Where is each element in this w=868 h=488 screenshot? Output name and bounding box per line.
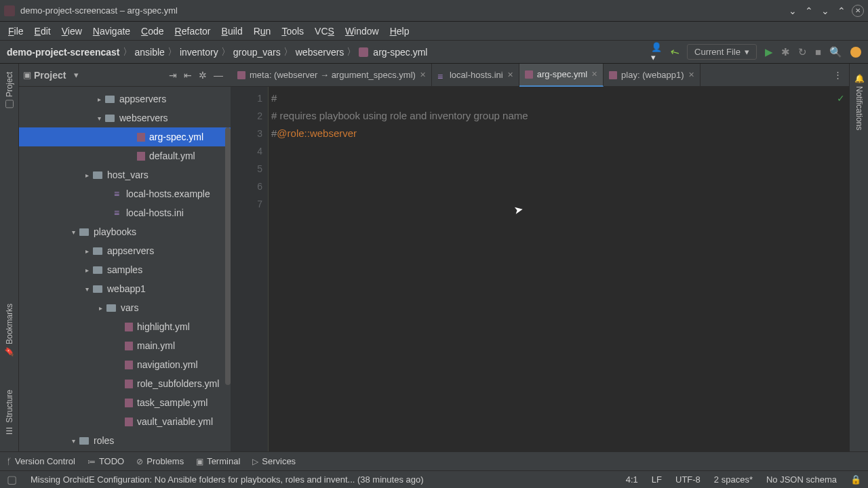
close-tab-icon[interactable]: ✕ [420,70,426,79]
coverage-icon[interactable]: ↻ [798,46,807,58]
menu-refactor[interactable]: Refactor [170,26,216,37]
more-icon[interactable]: ⋮ [827,70,849,80]
chevron-icon[interactable]: ▾ [94,115,104,122]
menu-navigate[interactable]: Navigate [87,26,136,37]
code-with-me-icon[interactable]: 👤▾ [651,47,662,58]
menu-code[interactable]: Code [136,26,169,37]
run-config-select[interactable]: Current File ▾ [687,44,757,60]
chevron-icon[interactable]: ▾ [68,437,79,445]
chevron-down-icon[interactable]: ▾ [74,70,79,80]
tree-item-highlight-yml[interactable]: highlight.yml [19,317,231,336]
tree-item-main-yml[interactable]: main.yml [19,336,231,355]
code-area[interactable]: ✓ # # requires playbook using role and i… [269,87,849,451]
tw-problems[interactable]: ⊘Problems [136,456,184,466]
status-message[interactable]: Missing OrchidE Configuration: No Ansibl… [31,474,424,485]
menu-help[interactable]: Help [384,26,415,37]
status-indicator-icon[interactable]: ▢ [7,473,17,486]
schema[interactable]: No JSON schema [766,474,837,485]
chevron-icon[interactable]: ▸ [81,247,92,255]
indent[interactable]: 2 spaces* [714,474,753,485]
stop-icon[interactable]: ■ [815,46,821,58]
tree-item-webservers[interactable]: ▾webservers [19,108,231,127]
menu-run[interactable]: Run [248,26,277,37]
avatar[interactable] [850,47,861,58]
menu-window[interactable]: Window [340,26,384,37]
menu-edit[interactable]: Edit [29,26,56,37]
tree-item-appservers[interactable]: ▸appservers [19,241,231,260]
tool-project[interactable]: Project [5,69,14,110]
expand-icon[interactable]: ⇤ [184,70,192,81]
tab-local-hosts-ini[interactable]: local-hosts.ini✕ [432,64,519,87]
tree-item-webapp1[interactable]: ▾webapp1 [19,279,231,298]
tab-play-webapp1-[interactable]: play: (webapp1)✕ [604,64,701,87]
tw-todo[interactable]: ≔TODO [87,456,124,466]
tree-item-default-yml[interactable]: default.yml [19,146,231,165]
tree-item-vars[interactable]: ▸vars [19,298,231,317]
hide-icon[interactable]: — [214,70,223,81]
cursor-position[interactable]: 4:1 [626,474,638,485]
encoding[interactable]: UTF-8 [675,474,701,485]
build-icon[interactable]: ↖ [667,44,682,60]
chevron-icon[interactable]: ▸ [81,171,92,179]
tree-item-role_subfolders-yml[interactable]: role_subfolders.yml [19,374,231,393]
close-tab-icon[interactable]: ✕ [591,70,597,79]
tab-arg-spec-yml[interactable]: arg-spec.yml✕ [519,64,604,87]
tab-meta-webserver-argument_specs-yml-[interactable]: meta: (webserver → argument_specs.yml)✕ [232,64,432,87]
tree-item-appservers[interactable]: ▸appservers [19,89,231,108]
tree-item-local-hosts-example[interactable]: local-hosts.example [19,184,231,203]
close-icon[interactable] [852,5,864,17]
menu-build[interactable]: Build [216,26,248,37]
chevron-dd-icon[interactable]: ⌄ [787,5,799,17]
crumb-3[interactable]: group_vars [233,47,281,58]
maximize-icon[interactable]: ⌃ [835,5,848,17]
ini-icon [111,208,122,218]
tool-structure[interactable]: ☰Structure [5,387,14,438]
scrollbar[interactable] [225,127,231,385]
tw-terminal[interactable]: ▣Terminal [196,456,240,466]
tree-item-arg-spec-yml[interactable]: arg-spec.yml [19,127,231,146]
crumb-root[interactable]: demo-project-screencast [7,47,120,58]
tree-label: arg-spec.yml [149,131,203,142]
crumb-file[interactable]: arg-spec.yml [373,47,427,58]
close-tab-icon[interactable]: ✕ [507,70,513,79]
crumb-4[interactable]: webservers [296,47,344,58]
line-sep[interactable]: LF [652,474,662,485]
run-icon[interactable]: ▶ [765,46,773,58]
tw-services[interactable]: ▷Services [252,456,296,466]
search-icon[interactable]: 🔍 [829,46,842,58]
gear-icon[interactable]: ✲ [199,70,207,81]
crumb-1[interactable]: ansible [135,47,165,58]
chevron-icon[interactable]: ▸ [95,304,106,312]
menu-vcs[interactable]: VCS [309,26,340,37]
tool-notifications[interactable]: 🔔Notifications [854,70,864,133]
tree-item-samples[interactable]: ▸samples [19,260,231,279]
close-tab-icon[interactable]: ✕ [688,70,694,79]
project-tree[interactable]: ▸appservers▾webserversarg-spec.ymldefaul… [19,87,231,451]
folder-icon [92,246,103,256]
crumb-2[interactable]: inventory [180,47,218,58]
chevron-icon[interactable]: ▾ [81,285,92,293]
chevron-icon[interactable]: ▸ [94,96,104,103]
chevron-icon[interactable]: ▸ [81,266,92,274]
debug-icon[interactable]: ✱ [781,46,790,58]
inspection-ok-icon[interactable]: ✓ [837,89,845,107]
tree-item-vault_variable-yml[interactable]: vault_variable.yml [19,412,231,431]
tree-item-local-hosts-ini[interactable]: local-hosts.ini [19,203,231,222]
menu-view[interactable]: View [56,26,87,37]
tree-item-host_vars[interactable]: ▸host_vars [19,165,231,184]
tree-item-playbooks[interactable]: ▾playbooks [19,222,231,241]
chevron-du-icon[interactable]: ⌃ [803,5,815,17]
yml-icon [125,380,133,388]
menu-file[interactable]: File [3,26,29,37]
collapse-icon[interactable]: ⇥ [169,70,177,81]
tree-item-roles[interactable]: ▾roles [19,431,231,450]
tree-item-task_sample-yml[interactable]: task_sample.yml [19,393,231,412]
lock-icon[interactable]: 🔒 [850,474,861,485]
tool-bookmarks[interactable]: 🔖Bookmarks [5,301,14,360]
chevron-icon[interactable]: ▾ [68,228,79,236]
tw-vcs[interactable]: ᚶVersion Control [7,456,75,466]
menu-tools[interactable]: Tools [276,26,309,37]
chevron-right-icon: 〉 [123,46,132,58]
minimize-icon[interactable]: ⌄ [819,5,831,17]
tree-item-navigation-yml[interactable]: navigation.yml [19,355,231,374]
